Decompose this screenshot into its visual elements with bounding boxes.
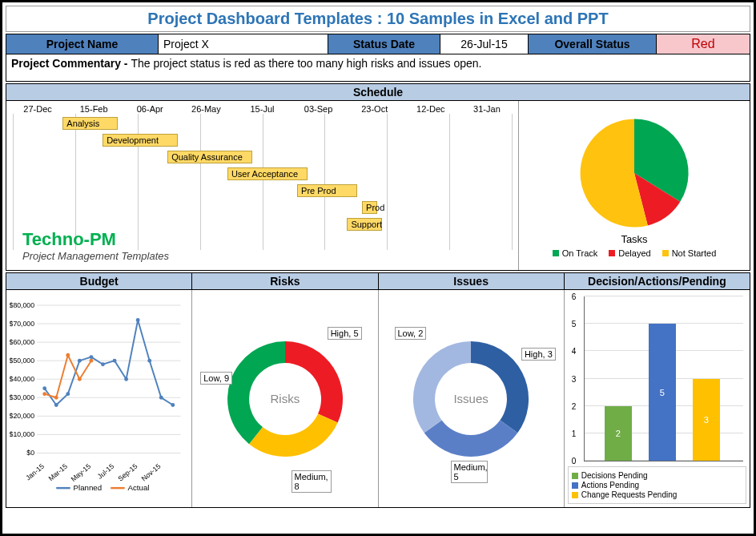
- legend-item: On Track: [553, 248, 598, 258]
- budget-line-chart: $0$10,000$20,000$30,000$40,000$50,000$60…: [10, 293, 188, 504]
- svg-text:$40,000: $40,000: [10, 375, 34, 383]
- logo: Techno-PM Project Management Templates: [22, 229, 169, 262]
- gantt-bar: User Acceptance: [227, 167, 308, 180]
- issues-high-label: High, 3: [521, 348, 556, 361]
- svg-point-28: [89, 355, 93, 359]
- gantt-bar: Support: [347, 218, 382, 231]
- legend-item: Delayed: [609, 248, 650, 258]
- gantt-axis-tick: 15-Feb: [66, 104, 122, 114]
- risks-header: Risks: [192, 272, 378, 290]
- bottom-charts-row: $0$10,000$20,000$30,000$40,000$50,000$60…: [6, 290, 750, 508]
- svg-point-40: [89, 359, 93, 363]
- gantt-axis-tick: 31-Jan: [459, 104, 515, 114]
- tasks-pie-title: Tasks: [621, 233, 647, 245]
- svg-text:Jul-15: Jul-15: [96, 462, 116, 481]
- svg-point-25: [54, 403, 58, 407]
- gantt-bar: Development: [103, 134, 177, 147]
- project-commentary: Project Commentary - The project status …: [6, 54, 750, 82]
- svg-text:Sep-15: Sep-15: [116, 462, 139, 483]
- issues-center-label: Issues: [453, 392, 488, 405]
- commentary-text: The project status is red as there too m…: [131, 57, 481, 70]
- svg-text:Jan-15: Jan-15: [24, 462, 46, 482]
- legend-item: Change Requests Pending: [572, 490, 742, 499]
- tasks-pie-legend: On TrackDelayedNot Started: [553, 248, 717, 258]
- pending-bar-plot: 0123456253: [584, 296, 743, 461]
- issues-medium-label: Medium, 5: [451, 461, 488, 483]
- bar: 3: [693, 379, 720, 461]
- tasks-pie-area: Tasks On TrackDelayedNot Started: [519, 101, 750, 270]
- tasks-pie-chart: [546, 113, 722, 233]
- project-name-value: Project X: [159, 34, 328, 54]
- gantt-bar: Prod: [362, 201, 377, 214]
- issues-header: Issues: [379, 272, 565, 290]
- svg-text:$20,000: $20,000: [10, 412, 34, 420]
- svg-text:May-15: May-15: [70, 462, 93, 483]
- budget-chart: $0$10,000$20,000$30,000$40,000$50,000$60…: [6, 290, 192, 507]
- svg-text:$80,000: $80,000: [10, 301, 34, 309]
- svg-text:Nov-15: Nov-15: [140, 462, 163, 483]
- pending-chart: 0123456253 Decisions PendingActions Pend…: [565, 290, 750, 507]
- status-date-value: 26-Jul-15: [440, 34, 529, 54]
- overall-status-value: Red: [657, 34, 750, 54]
- gantt-axis-tick: 27-Dec: [10, 104, 66, 114]
- svg-text:$30,000: $30,000: [10, 393, 34, 401]
- svg-point-27: [78, 359, 82, 363]
- bar: 5: [649, 324, 676, 461]
- gantt-bar: Analysis: [62, 117, 118, 130]
- gantt-bar: Pre Prod: [297, 184, 357, 197]
- pending-legend: Decisions PendingActions PendingChange R…: [568, 466, 746, 504]
- svg-point-39: [78, 377, 82, 381]
- svg-point-31: [124, 377, 128, 381]
- gantt-axis-tick: 03-Sep: [291, 104, 347, 114]
- svg-point-24: [42, 386, 46, 390]
- legend-item: Actions Pending: [572, 481, 742, 490]
- svg-point-37: [54, 396, 58, 400]
- logo-title: Techno-PM: [22, 229, 169, 250]
- legend-item: Decisions Pending: [572, 471, 742, 480]
- svg-text:$70,000: $70,000: [10, 320, 34, 328]
- bar: 2: [605, 406, 632, 461]
- svg-text:Planned: Planned: [74, 483, 103, 492]
- schedule-area: 27-Dec15-Feb06-Apr26-May15-Jul03-Sep23-O…: [6, 101, 750, 271]
- issues-low-label: Low, 2: [395, 327, 427, 340]
- svg-text:$60,000: $60,000: [10, 338, 34, 346]
- budget-header: Budget: [6, 272, 192, 290]
- svg-point-29: [101, 362, 105, 366]
- page-title: Project Dashboard Templates : 10 Samples…: [6, 6, 750, 32]
- svg-point-26: [66, 392, 70, 396]
- risks-medium-label: Medium, 8: [292, 470, 332, 493]
- gantt-axis-tick: 26-May: [178, 104, 234, 114]
- project-info-row: Project Name Project X Status Date 26-Ju…: [6, 34, 750, 54]
- legend-item: Not Started: [662, 248, 717, 258]
- gantt-axis-tick: 06-Apr: [122, 104, 178, 114]
- svg-point-33: [147, 359, 151, 363]
- risks-center-label: Risks: [271, 392, 300, 405]
- svg-text:$10,000: $10,000: [10, 430, 34, 438]
- project-name-label: Project Name: [6, 34, 159, 54]
- svg-text:Actual: Actual: [128, 483, 150, 492]
- svg-point-38: [66, 353, 70, 357]
- gantt-axis-tick: 12-Dec: [403, 104, 459, 114]
- svg-point-30: [113, 359, 117, 363]
- logo-subtitle: Project Management Templates: [22, 250, 169, 262]
- gantt-axis-tick: 23-Oct: [347, 104, 403, 114]
- gantt-chart: 27-Dec15-Feb06-Apr26-May15-Jul03-Sep23-O…: [6, 101, 519, 270]
- svg-point-32: [136, 318, 140, 322]
- risks-high-label: High, 5: [328, 327, 362, 340]
- risks-chart: Risks High, 5 Medium, 8 Low, 9: [192, 290, 378, 507]
- schedule-header: Schedule: [6, 83, 750, 101]
- issues-chart: Issues High, 3 Medium, 5 Low, 2: [379, 290, 565, 507]
- risks-low-label: Low, 9: [200, 372, 232, 385]
- pending-header: Decision/Actions/Pending: [565, 272, 750, 290]
- overall-status-label: Overall Status: [529, 34, 657, 54]
- gantt-axis-tick: 15-Jul: [234, 104, 290, 114]
- svg-point-34: [159, 396, 163, 400]
- gantt-bar: Quality Assurance: [167, 151, 252, 163]
- status-date-label: Status Date: [328, 34, 440, 54]
- dashboard-frame: Project Dashboard Templates : 10 Samples…: [0, 0, 756, 536]
- commentary-label: Project Commentary -: [11, 57, 131, 70]
- svg-text:Mar-15: Mar-15: [46, 462, 69, 483]
- svg-text:$50,000: $50,000: [10, 357, 34, 365]
- svg-point-36: [42, 392, 46, 396]
- svg-point-35: [171, 403, 175, 407]
